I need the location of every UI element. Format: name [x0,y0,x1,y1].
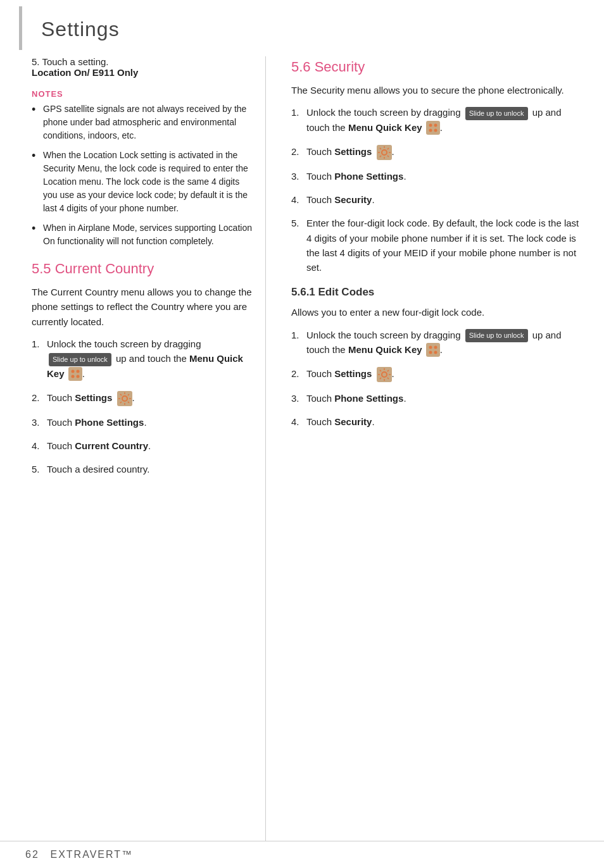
list-item: • GPS satellite signals are not always r… [32,102,253,142]
step-content: Touch Current Country. [47,438,253,453]
svg-rect-0 [68,367,82,381]
menu-quick-key-icon [426,343,440,357]
list-item: 4. Touch Security. [291,192,585,207]
menu-quick-key-icon [68,367,82,381]
note-text: When the Location Lock setting is activa… [43,149,253,215]
step-content: Unlock the touch screen by dragging Slid… [306,328,585,358]
bullet-icon: • [32,223,39,234]
list-item: 2. Touch Settings . [291,144,585,160]
settings-label: Settings [334,368,372,379]
current-country-label: Current Country [75,440,148,451]
security-label: Security [334,416,372,427]
step-content: Touch Phone Settings. [47,415,253,430]
left-column: 5. Touch a setting. Location On/ E911 On… [0,56,266,841]
notes-heading: NOTES [32,89,253,99]
section-56-steps: 1. Unlock the touch screen by dragging S… [291,105,585,275]
step-num: 2. [291,366,306,382]
bullet-icon: • [32,104,39,115]
step-num: 3. [32,415,47,430]
note-text: GPS satellite signals are not always rec… [43,102,253,142]
svg-point-8 [429,123,432,127]
step-num: 4. [32,438,47,453]
menu-quick-key-label: Menu Quick Key [348,344,422,355]
slide-badge: Slide up to unlock [465,107,528,120]
security-label: Security [334,194,372,205]
settings-label: Settings [75,392,112,403]
svg-point-1 [71,369,74,373]
step-content: Touch Settings . [47,390,253,406]
list-item: • When the Location Lock setting is acti… [32,149,253,215]
step-num: 4. [291,192,306,207]
list-item: 4. Touch Current Country. [32,438,253,453]
svg-point-10 [429,128,432,132]
intro-num: 5. [32,56,40,67]
settings-icon [377,145,392,160]
step-content: Touch Security. [306,414,585,429]
settings-icon [117,391,132,406]
svg-rect-7 [426,121,440,135]
slide-badge: Slide up to unlock [49,353,111,366]
intro-step: 5. Touch a setting. Location On/ E911 On… [32,56,253,78]
list-item: • When in Airplane Mode, services suppor… [32,221,253,248]
step-content: Touch Phone Settings. [306,169,585,183]
svg-point-18 [434,351,437,354]
menu-quick-key-label: Menu Quick Key [348,122,422,133]
svg-point-11 [434,128,437,132]
step-content: Unlock the touch screen by dragging Slid… [306,105,585,135]
step-content: Touch Phone Settings. [306,391,585,406]
notes-list: • GPS satellite signals are not always r… [32,102,253,248]
bullet-icon: • [32,150,39,161]
list-item: 3. Touch Phone Settings. [32,415,253,430]
menu-quick-key-icon [426,121,440,135]
page: Settings 5. Touch a setting. Location On… [0,0,604,868]
footer: 62 Extravert™ [0,841,604,868]
note-text: When in Airplane Mode, services supporti… [43,221,253,248]
step-content: Touch Security. [306,192,585,207]
step-content: Unlock the touch screen by dragging Slid… [47,337,253,381]
list-item: 1. Unlock the touch screen by dragging S… [291,328,585,358]
list-item: 2. Touch Settings . [32,390,253,406]
settings-label: Settings [334,146,372,157]
right-column: 5.6 Security The Security menu allows yo… [266,56,604,841]
settings-icon [377,367,392,382]
slide-badge: Slide up to unlock [465,329,528,342]
phone-settings-label: Phone Settings [75,417,144,428]
step-num: 1. [291,328,306,358]
section-55-body: The Current Country menu allows you to c… [32,285,253,329]
step-content: Touch Settings . [306,144,585,160]
step-num: 2. [291,144,306,160]
list-item: 5. Enter the four-digit lock code. By de… [291,216,585,275]
list-item: 2. Touch Settings . [291,366,585,382]
svg-point-2 [76,369,79,373]
svg-point-17 [429,351,432,354]
step-content: Touch a desired country. [47,462,253,476]
intro-bold: Location On/ E911 Only [32,67,138,78]
step-content: Touch Settings . [306,366,585,382]
list-item: 3. Touch Phone Settings. [291,391,585,406]
svg-point-16 [434,346,437,349]
footer-brand: Extravert™ [50,849,133,860]
section-561-body: Allows you to enter a new four-digit loc… [291,305,585,319]
phone-settings-label: Phone Settings [334,171,403,182]
step-num: 5. [291,216,306,275]
section-561-heading: 5.6.1 Edit Codes [291,286,585,299]
intro-text: Touch a setting. [42,56,108,67]
page-title: Settings [41,18,120,40]
step-num: 3. [291,169,306,183]
section-55-steps: 1. Unlock the touch screen by dragging S… [32,337,253,477]
step-num: 3. [291,391,306,406]
step-num: 1. [291,105,306,135]
list-item: 1. Unlock the touch screen by dragging S… [32,337,253,381]
svg-rect-14 [426,343,440,357]
step-num: 5. [32,462,47,476]
footer-page-num: 62 [25,849,39,860]
list-item: 1. Unlock the touch screen by dragging S… [291,105,585,135]
svg-point-9 [434,123,437,127]
section-561-steps: 1. Unlock the touch screen by dragging S… [291,328,585,430]
section-56-heading: 5.6 Security [291,59,585,75]
section-56-body: The Security menu allows you to secure t… [291,83,585,97]
page-title-bar: Settings [19,6,604,50]
step-num: 1. [32,337,47,381]
content-area: 5. Touch a setting. Location On/ E911 On… [0,50,604,841]
list-item: 3. Touch Phone Settings. [291,169,585,183]
